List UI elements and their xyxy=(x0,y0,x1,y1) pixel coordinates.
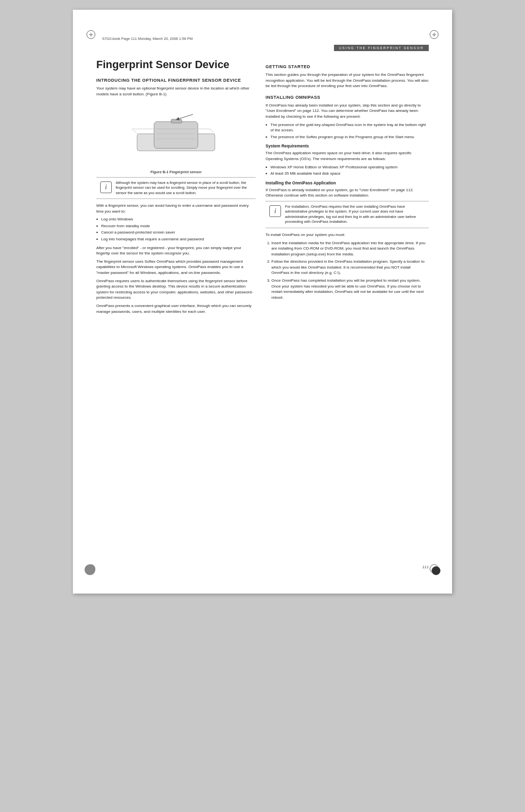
list-item: Recover from standby mode xyxy=(96,223,256,229)
sys-req-bullet-list: Windows XP Home Edition or Windows XP Pr… xyxy=(265,164,429,177)
corner-dot-bottom-left xyxy=(85,564,95,575)
install-intro: To install OmniPass on your system you m… xyxy=(265,232,429,238)
sys-req-heading: System Requirements xyxy=(265,144,429,148)
svg-line-9 xyxy=(210,129,215,134)
info-icon: i xyxy=(100,181,112,193)
list-item: The presence of the gold key-shaped Omni… xyxy=(265,122,429,133)
page-title: Fingerprint Sensor Device xyxy=(96,58,256,71)
installing-heading: INSTALLING OMNIPASS xyxy=(265,95,429,100)
main-content: Fingerprint Sensor Device INTRODUCING TH… xyxy=(96,58,429,555)
list-item: Log onto Windows xyxy=(96,217,256,222)
after-enrolled-text: After you have "enrolled" - or registere… xyxy=(96,245,256,256)
intro-heading: INTRODUCING THE OPTIONAL FINGERPRINT SEN… xyxy=(96,78,256,83)
sensor-image-container xyxy=(96,100,256,168)
page-number: 111 xyxy=(422,565,429,569)
reg-mark-top-right xyxy=(430,30,438,39)
header-bar: Using the Fingerprint Sensor xyxy=(334,45,429,51)
svg-rect-1 xyxy=(154,122,198,148)
info-icon-2: i xyxy=(269,205,281,217)
page: S7l10.book Page 111 Monday, March 20, 20… xyxy=(73,10,452,594)
note-1-text: Although the system may have a fingerpri… xyxy=(116,180,252,196)
sensor-diagram xyxy=(127,107,225,161)
bullet-list-uses: Log onto Windows Recover from standby mo… xyxy=(96,217,256,242)
list-item: The presence of the Softex program group… xyxy=(265,134,429,140)
left-column: Fingerprint Sensor Device INTRODUCING TH… xyxy=(96,58,256,555)
note-2-text: For installation, OmniPass requires that… xyxy=(285,204,425,225)
file-info: S7l10.book Page 111 Monday, March 20, 20… xyxy=(102,36,192,41)
omnipass-interface-text: OmniPass presents a convenient graphical… xyxy=(96,303,256,314)
intro-text: Your system may have an optional fingerp… xyxy=(96,86,256,97)
note-box-1: i Although the system may have a fingerp… xyxy=(96,177,256,199)
note-box-2: i For installation, OmniPass requires th… xyxy=(265,201,429,228)
reg-mark-top-left xyxy=(87,30,95,39)
figure-caption: Figure B-1 Fingerprint sensor xyxy=(96,170,256,174)
getting-started-heading: GETTING STARTED xyxy=(265,64,429,69)
svg-line-3 xyxy=(177,114,193,119)
list-item: At least 35 MB available hard disk space xyxy=(265,171,429,177)
softex-text: The fingerprint sensor uses Softex OmniP… xyxy=(96,259,256,276)
with-sensor-text: With a fingerprint sensor, you can avoid… xyxy=(96,203,256,214)
install-step-2: Follow the directions provided in the Om… xyxy=(271,259,429,276)
install-step-3: Once OmniPass has completed installation… xyxy=(271,278,429,300)
svg-line-7 xyxy=(132,129,137,134)
installing-text: If OmniPass has already been installed o… xyxy=(265,103,429,120)
sys-req-text: The OmniPass application requires space … xyxy=(265,150,429,162)
list-item: Log into homepages that require a userna… xyxy=(96,236,256,242)
omnipass-req-text: OmniPass requires users to authenticate … xyxy=(96,278,256,301)
svg-rect-2 xyxy=(171,119,182,123)
list-item: Windows XP Home Edition or Windows XP Pr… xyxy=(265,164,429,170)
presence-bullet-list: The presence of the gold key-shaped Omni… xyxy=(265,122,429,140)
install-steps-list: Insert the installation media for the Om… xyxy=(265,240,429,301)
installing-app-text: If OmniPass is already installed on your… xyxy=(265,187,429,198)
install-step-1: Insert the installation media for the Om… xyxy=(271,240,429,257)
list-item: Cancel a password-protected screen saver xyxy=(96,230,256,235)
right-column: GETTING STARTED This section guides you … xyxy=(265,58,429,555)
installing-app-heading: Installing the OmniPass Application xyxy=(265,180,429,185)
getting-started-text: This section guides you through the prep… xyxy=(265,72,429,89)
corner-dot-bottom-right xyxy=(432,566,440,575)
